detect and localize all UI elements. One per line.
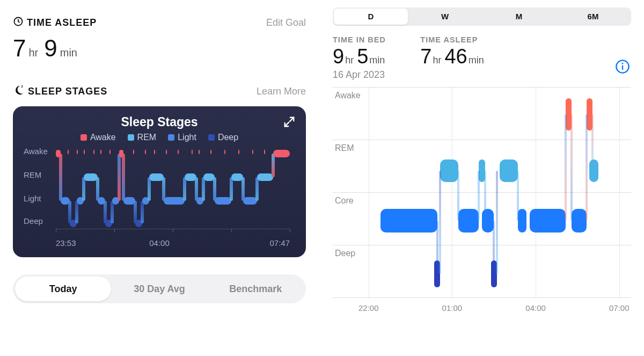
range-segmented-control[interactable]: D W M 6M	[333, 8, 631, 26]
svg-text:z: z	[21, 84, 24, 88]
legend-dot-awake	[80, 134, 87, 141]
view-segmented-control[interactable]: Today 30 Day Avg Benchmark	[13, 274, 306, 303]
time-in-bed-metric: TIME IN BED 9 hr 5 min	[333, 35, 388, 68]
stage-segment	[500, 159, 517, 182]
stage-segment	[458, 209, 479, 233]
stage-segment	[440, 159, 458, 182]
apple-sleep-chart: Awake REM Core Deep 22:00 01:00	[333, 87, 631, 318]
right-panel: D W M 6M TIME IN BED 9 hr 5 min TIME ASL…	[317, 0, 644, 356]
stage-segment	[589, 159, 598, 182]
card-title: Sleep Stages	[24, 115, 295, 129]
stage-segment	[257, 173, 274, 181]
date-label: 16 Apr 2023	[333, 69, 631, 81]
tab-week[interactable]: W	[408, 9, 482, 25]
stage-segment	[518, 209, 527, 233]
stage-segment	[530, 209, 566, 233]
info-icon[interactable]	[615, 59, 630, 76]
learn-more-button[interactable]: Learn More	[257, 86, 306, 97]
tab-benchmark[interactable]: Benchmark	[208, 277, 304, 301]
time-asleep-metric: TIME ASLEEP 7 hr 46 min	[420, 35, 487, 68]
clock-icon	[13, 16, 24, 30]
tab-6month[interactable]: 6M	[556, 9, 630, 25]
moon-icon: z	[13, 84, 25, 99]
tab-today[interactable]: Today	[15, 277, 111, 301]
stage-segment	[164, 197, 185, 205]
svg-point-4	[622, 63, 624, 64]
tab-month[interactable]: M	[482, 9, 556, 25]
stage-segment	[572, 209, 587, 233]
tab-day[interactable]: D	[334, 9, 408, 25]
time-asleep-header: TIME ASLEEP	[13, 16, 97, 30]
legend-dot-light	[168, 134, 174, 141]
sleep-stages-card: Sleep Stages Awake REM Light Deep Awake …	[13, 106, 306, 257]
time-asleep-label: TIME ASLEEP	[27, 17, 97, 28]
left-panel: TIME ASLEEP Edit Goal 7 hr 9 min z SLEEP…	[0, 0, 317, 356]
stage-segment	[273, 150, 290, 157]
time-asleep-value: 7 hr 9 min	[13, 35, 306, 62]
row-deep: Deep	[333, 245, 631, 298]
stage-segment	[215, 197, 231, 205]
sleep-stages-header: z SLEEP STAGES	[13, 84, 107, 99]
legend-dot-rem	[128, 134, 134, 141]
legend: Awake REM Light Deep	[24, 133, 295, 142]
stage-segment	[149, 173, 163, 181]
expand-icon[interactable]	[283, 116, 295, 130]
legend-dot-deep	[208, 134, 215, 141]
tab-30-day-avg[interactable]: 30 Day Avg	[111, 277, 207, 301]
edit-goal-button[interactable]: Edit Goal	[266, 17, 306, 28]
sleep-stages-label: SLEEP STAGES	[28, 86, 107, 97]
sleep-stages-chart: Awake REM Light Deep 23:53 04:00 07:47	[24, 146, 295, 248]
stage-segment	[380, 209, 437, 233]
